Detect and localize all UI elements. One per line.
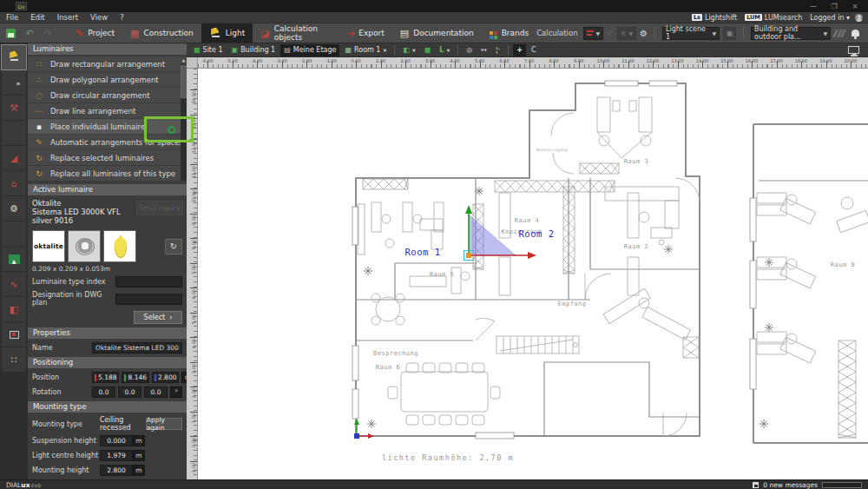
apply-again-button[interactable]: Apply again bbox=[146, 418, 182, 430]
display-settings-icon[interactable] bbox=[848, 46, 859, 54]
breadcrumb-room-1[interactable]: ▦Room 1▼ bbox=[341, 44, 390, 56]
suspension-height-input[interactable]: 0.000 bbox=[100, 435, 133, 446]
sidebar-tool-daylight[interactable]: ◢ bbox=[2, 146, 26, 170]
breadcrumb-site-1[interactable]: ■Site 1 bbox=[190, 44, 227, 56]
nav-calculation-objects[interactable]: ◪Calculation objects bbox=[253, 23, 339, 43]
maximize-button[interactable]: ❐ bbox=[828, 3, 840, 10]
brands-icon bbox=[490, 28, 497, 39]
guideline-button[interactable]: ¦· bbox=[492, 44, 503, 56]
action-draw-polygonal-arrangement[interactable]: ∴Draw polygonal arrangement bbox=[28, 72, 187, 87]
calculation-settings-gear-icon[interactable]: ⚙ bbox=[640, 29, 648, 38]
nav-documentation[interactable]: ▤Documentation bbox=[392, 23, 482, 43]
photometric-curve-thumbnail[interactable] bbox=[103, 230, 136, 262]
undo-button[interactable]: ↶ bbox=[22, 26, 36, 41]
sidebar-tool-energy[interactable] bbox=[2, 221, 26, 246]
breadcrumb-building-1[interactable]: ▣Building 1 bbox=[228, 44, 279, 56]
menu-[interactable]: ? bbox=[114, 13, 130, 22]
minimize-button[interactable]: — bbox=[807, 3, 819, 10]
menu-link-lightshift[interactable]: LsLightshift bbox=[692, 14, 737, 22]
rotation-y-input[interactable]: 0.0 bbox=[118, 387, 141, 398]
save-button[interactable] bbox=[3, 26, 18, 41]
menu-view[interactable]: View bbox=[84, 13, 114, 22]
nav-light[interactable]: Light bbox=[201, 23, 253, 43]
nav-export[interactable]: →Export bbox=[339, 23, 392, 43]
mounting-type-value[interactable]: Ceiling recessed bbox=[100, 416, 146, 432]
luminaire-product: Sistema LED 3000K VFL silver 9016 bbox=[32, 208, 135, 225]
luminaire-name-input[interactable] bbox=[92, 342, 182, 354]
sidebar-tool-wiring[interactable]: ∿ bbox=[2, 272, 26, 296]
close-button[interactable]: × bbox=[849, 3, 861, 10]
section-view-button[interactable]: L▼ bbox=[436, 44, 453, 56]
breadcrumb-meine-etage[interactable]: ▤Meine Etage bbox=[280, 44, 339, 56]
manufacturer-logo-thumbnail[interactable]: oktalite bbox=[32, 230, 65, 262]
active-luminaire-header: Active luminaire bbox=[28, 184, 187, 195]
zoom-extents-button[interactable]: ◎ bbox=[463, 44, 476, 56]
menu-link-logged-in--[interactable]: Logged in ▾ bbox=[810, 14, 850, 22]
rotation-z-input[interactable]: 0.0 bbox=[144, 387, 168, 398]
individual-luminaire-icon: ▪ bbox=[34, 122, 44, 131]
scroll-up-icon[interactable]: ▲ bbox=[181, 56, 187, 64]
sidebar-tool-light-bulb[interactable] bbox=[2, 70, 26, 95]
rotation-x-input[interactable]: 0.0 bbox=[92, 387, 115, 398]
action-draw-circular-arrangement[interactable]: ◌Draw circular arrangement bbox=[28, 88, 187, 102]
sidebar-tool-more-objects[interactable]: ∷ bbox=[2, 347, 26, 372]
scrollbar-thumb[interactable] bbox=[181, 65, 187, 98]
rotate-luminaire-button[interactable]: ↻ bbox=[165, 239, 182, 254]
type-index-input[interactable] bbox=[115, 276, 182, 287]
redo-button[interactable]: ↷ bbox=[41, 26, 56, 41]
send-inquiry-button[interactable]: Send inquiry bbox=[136, 201, 183, 215]
action-draw-rectangular-arrangement[interactable]: ∷Draw rectangular arrangement bbox=[28, 56, 187, 71]
sidebar-tool-construction-elements[interactable]: ◧ bbox=[2, 297, 26, 321]
sidebar-tool-tools[interactable]: ⚙ bbox=[2, 196, 26, 221]
sidebar-tool-colours[interactable] bbox=[2, 121, 26, 145]
product-photo-thumbnail[interactable] bbox=[68, 230, 101, 262]
light-scene-dropdown[interactable]: Light scene 1 ▼ bbox=[662, 27, 720, 40]
export-icon: → bbox=[346, 28, 354, 39]
nav-construction[interactable]: ▦Construction bbox=[122, 23, 201, 43]
nav-project[interactable]: ✎Project bbox=[68, 23, 122, 43]
light-scene-edit-button[interactable]: ▣ bbox=[723, 27, 736, 40]
sidebar-tool-render[interactable]: ▲ bbox=[2, 247, 26, 271]
measure-button[interactable]: ↔ bbox=[477, 44, 490, 56]
menu-file[interactable]: File bbox=[0, 13, 24, 22]
daylight-icon: ◢ bbox=[10, 153, 17, 164]
save-icon bbox=[6, 29, 16, 38]
dwg-designation-label: Designation in DWG plan bbox=[32, 291, 112, 307]
menu-insert[interactable]: Insert bbox=[51, 13, 84, 22]
user-avatar[interactable] bbox=[855, 14, 863, 22]
sidebar-tool-luminaires[interactable] bbox=[2, 45, 26, 69]
plan-label: Raum 5 bbox=[430, 271, 454, 278]
cancel-calculation-button[interactable]: × ▼ bbox=[617, 27, 636, 40]
3d-view-button[interactable]: ■ bbox=[421, 44, 435, 56]
floor-plan-view-button[interactable]: ◧▼ bbox=[399, 44, 418, 56]
position-x-input[interactable]: 5.188 bbox=[92, 372, 119, 383]
automatic-arrangement-icon: ✎ bbox=[34, 138, 44, 147]
floor-plan-canvas[interactable]: Raum 3NebeneingangRaum 4KopierraumRaum 5… bbox=[198, 69, 868, 479]
action-replace-selected-luminaires[interactable]: ↻Replace selected luminaires bbox=[28, 150, 187, 165]
selected-luminaire[interactable] bbox=[466, 253, 471, 258]
plan-label: Raum 3 bbox=[624, 158, 648, 165]
project-mode-dropdown[interactable]: Building and outdoor pla... ▼ bbox=[751, 27, 831, 40]
menu-link-lumsearch[interactable]: LUMLUMsearch bbox=[745, 14, 802, 22]
position-y-input[interactable]: 8.146 bbox=[122, 372, 148, 383]
nav-brands[interactable]: Brands bbox=[482, 23, 537, 43]
sidebar-tool-furniture[interactable]: ⚒ bbox=[2, 96, 26, 120]
mounting-height-input[interactable]: 2.800 bbox=[100, 465, 133, 476]
position-z-input[interactable]: 2.800 bbox=[152, 372, 179, 383]
notifications-bell-icon[interactable] bbox=[852, 30, 859, 36]
select-luminaire-button[interactable]: Select › bbox=[134, 311, 182, 324]
dialux-logo: DIALuxevo bbox=[6, 481, 41, 489]
action-replace-all-luminaires-of-this-type[interactable]: ↻Replace all luminaires of this type bbox=[28, 166, 187, 181]
name-label: Name bbox=[32, 344, 89, 352]
start-calculation-button[interactable]: ▼ bbox=[583, 27, 604, 40]
messages-count[interactable]: 0 new messages bbox=[763, 481, 818, 489]
sidebar-tool-floor-plan[interactable]: ⌂ bbox=[2, 171, 26, 195]
light-centre-height-input[interactable]: 1.979 bbox=[100, 450, 133, 461]
move-tool-button[interactable]: + bbox=[513, 44, 526, 56]
more-objects-icon: ∷ bbox=[11, 354, 17, 366]
rotate-tool-button[interactable]: C bbox=[528, 44, 540, 56]
sidebar-tool-apertures[interactable] bbox=[2, 322, 26, 347]
app-icon: Dx bbox=[16, 2, 27, 10]
dwg-designation-input[interactable] bbox=[115, 294, 182, 305]
menu-edit[interactable]: Edit bbox=[24, 13, 50, 22]
